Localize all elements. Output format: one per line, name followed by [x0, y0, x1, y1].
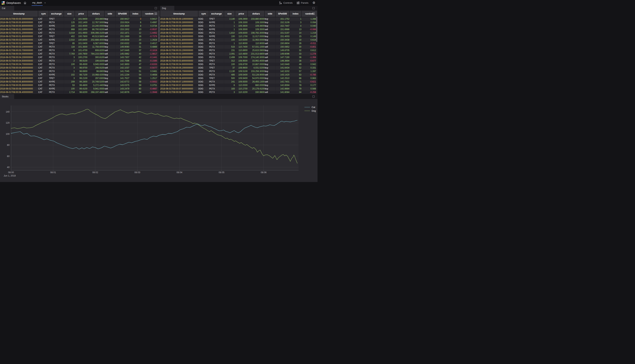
column-header-SPet500[interactable]: SPet500 — [115, 11, 129, 17]
column-header-size[interactable]: size — [224, 11, 235, 17]
home-button[interactable] — [24, 2, 27, 4]
table-row[interactable]: 2018-06-01T08:00:01.300000000DOGNYPE1109… — [160, 28, 317, 31]
table-row[interactable]: 2018-06-01T08:00:05.400000000CATNYPE1029… — [0, 73, 160, 76]
cell-index: 20 — [129, 38, 141, 42]
table-row[interactable]: 2018-06-01T08:00:03.300000000DOGPETX2,09… — [160, 52, 317, 56]
table-row[interactable]: 2018-06-01T08:00:01.200000000CATPETX3,01… — [0, 31, 160, 35]
column-header-index[interactable]: index — [289, 11, 301, 17]
table-row[interactable]: 2018-06-01T08:00:00.400000000DOGPETX1109… — [160, 24, 317, 28]
cell-size: 209 — [64, 80, 75, 84]
cat-scrollbar[interactable] — [158, 16, 160, 94]
legend-item-cat[interactable]: Cat — [304, 106, 316, 109]
table-row[interactable]: 2018-06-01T08:00:03.000000000DOGPETX5151… — [160, 45, 317, 49]
column-header-price[interactable]: price — [75, 11, 88, 17]
tab-stocks[interactable]: Stocks — [0, 94, 14, 99]
table-row[interactable]: 2018-06-01T08:00:03.200000000DOGPETX2311… — [160, 49, 317, 52]
table-row[interactable]: 2018-06-01T08:00:05.200000000DOGTPET3710… — [160, 66, 317, 70]
table-row[interactable]: 2018-06-01T08:00:06.400000000CATPETX2,71… — [0, 90, 160, 94]
column-header-side[interactable]: side — [264, 11, 275, 17]
maximize-icon[interactable] — [155, 7, 157, 9]
table-row[interactable]: 2018-06-01T08:00:01.500000000DOGNYPE1001… — [160, 35, 317, 38]
column-header-dollars[interactable]: dollars — [88, 11, 104, 17]
maximize-icon[interactable] — [312, 7, 314, 9]
table-row[interactable]: 2018-06-01T08:00:02.800000000CATTPET6510… — [0, 42, 160, 45]
column-header-timestamp[interactable]: timestamp — [0, 11, 38, 17]
table-row[interactable]: 2018-06-01T08:00:04.800000000CATPETX398.… — [0, 66, 160, 70]
table-row[interactable]: 2018-06-01T08:00:02.600000000DOGPETX1110… — [160, 42, 317, 45]
cell-dollars: 9,941.0000 — [88, 87, 104, 90]
column-header-SPet500[interactable]: SPet500 — [275, 11, 289, 17]
table-row[interactable]: 2018-06-01T08:00:01.000000000CATPETX8681… — [0, 28, 160, 31]
panels-button[interactable]: Panels — [296, 2, 308, 4]
column-header-size[interactable]: size — [64, 11, 75, 17]
table-row[interactable]: 2018-06-01T08:00:03.700000000CATPETX6101… — [0, 49, 160, 52]
cell-random: 0.9639 — [301, 76, 317, 80]
cell-side: sell — [264, 42, 275, 45]
table-row[interactable]: 2018-06-01T08:00:05.600000000CATTPET399.… — [0, 76, 160, 80]
table-row[interactable]: 2018-06-01T08:00:08.400000000DOGPETX3110… — [160, 90, 317, 94]
settings-gear-icon[interactable]: ⚙ — [312, 1, 315, 4]
maximize-icon[interactable] — [312, 96, 314, 98]
cell-exchange: PETX — [49, 21, 64, 24]
cell-timestamp: 2018-06-01T08:00:01.200000000 — [0, 31, 38, 35]
tab-dog[interactable]: Dog — [160, 6, 174, 11]
table-row[interactable]: 2018-06-01T08:00:01.800000000DOGPETX1001… — [160, 38, 317, 42]
table-row[interactable]: 2018-06-01T08:00:03.800000000DOGTPET3121… — [160, 59, 317, 63]
table-row[interactable]: 2018-06-01T08:00:00.600000000CATPETX1251… — [0, 21, 160, 24]
table-row[interactable]: 2018-06-01T08:00:01.400000000DOGPETX1,81… — [160, 31, 317, 35]
table-row[interactable]: 2018-06-01T08:00:00.300000000DOGNYPE1109… — [160, 21, 317, 24]
table-row[interactable]: 2018-06-01T08:00:06.300000000DOGPETX4851… — [160, 73, 317, 76]
table-row[interactable]: 2018-06-01T08:00:03.600000000DOGPETX2,49… — [160, 56, 317, 59]
column-header-exchange[interactable]: exchange — [209, 11, 224, 17]
cell-dollars: 231,013.6800 — [248, 52, 264, 56]
table-row[interactable]: 2018-06-01T08:00:02.000000000CATNYPE2,01… — [0, 38, 160, 42]
cell-exchange: TPET — [49, 17, 64, 21]
column-header-side[interactable]: side — [104, 11, 115, 17]
table-row[interactable]: 2018-06-01T08:00:07.800000000DOGNYPE6110… — [160, 84, 317, 87]
column-header-dollars[interactable]: dollars — [248, 11, 264, 17]
controls-button[interactable]: Controls — [279, 2, 292, 4]
table-row[interactable]: 2018-06-01T08:00:05.900000000CATPETX5399… — [0, 84, 160, 87]
column-header-price[interactable]: price — [235, 11, 248, 17]
table-row[interactable]: 2018-06-01T08:00:06.600000000DOGTPET5001… — [160, 76, 317, 80]
tab-cat[interactable]: Cat — [0, 6, 14, 11]
scrollbar-thumb[interactable] — [316, 16, 317, 42]
table-row[interactable]: 2018-06-01T08:00:04.000000000CATPETX7,78… — [0, 52, 160, 56]
table-row[interactable]: 2018-06-01T08:00:00.800000000CATNYPE1001… — [0, 24, 160, 28]
cell-random: 1.2195 — [301, 31, 317, 35]
column-header-sym[interactable]: sym — [198, 11, 209, 17]
table-row[interactable]: 2018-06-01T08:00:04.200000000CATPETX3100… — [0, 56, 160, 59]
table-row[interactable]: 2018-06-01T08:00:04.700000000CATPETX1009… — [0, 63, 160, 66]
table-row[interactable]: 2018-06-01T08:00:03.100000000CATPETX1161… — [0, 45, 160, 49]
dashboard-tab-my-dash[interactable]: my_dash × — [32, 0, 46, 6]
table-row[interactable]: 2018-06-01T08:00:07.900000000DOGPETX1831… — [160, 87, 317, 90]
cell-index: 37 — [129, 49, 141, 52]
table-row[interactable]: 2018-06-01T08:00:00.000000000CATTPET2101… — [0, 17, 160, 21]
column-header-random[interactable]: random — [301, 11, 317, 17]
scrollbar-thumb[interactable] — [158, 16, 160, 42]
table-row[interactable]: 2018-06-01T08:00:01.600000000CATTPET4021… — [0, 35, 160, 38]
cell-dollars: 88,700.9200 — [88, 28, 104, 31]
column-header-exchange[interactable]: exchange — [49, 11, 64, 17]
table-row[interactable]: 2018-06-01T08:00:05.100000000CATPETX198.… — [0, 70, 160, 73]
table-row[interactable]: 2018-06-01T08:00:04.900000000DOGPETX1001… — [160, 63, 317, 66]
table-row[interactable]: 2018-06-01T08:00:05.800000000CATNYPE2099… — [0, 80, 160, 84]
table-row[interactable]: 2018-06-01T08:00:07.100000000DOGPETX2411… — [160, 80, 317, 84]
cell-random: -0.5077 — [141, 66, 157, 70]
cell-timestamp: 2018-06-01T08:00:07.900000000 — [160, 87, 198, 90]
table-row[interactable]: 2018-06-01T08:00:05.700000000DOGPETX2,13… — [160, 70, 317, 73]
table-row[interactable]: 2018-06-01T08:00:04.500000000CATPETX299.… — [0, 59, 160, 63]
table-row[interactable]: 2018-06-01T08:00:06.000000000CATNYPE1009… — [0, 87, 160, 90]
cell-random: 0.9417 — [141, 17, 157, 21]
table-menu-icon[interactable] — [154, 13, 157, 15]
column-header-timestamp[interactable]: timestamp — [160, 11, 198, 17]
table-menu-icon[interactable] — [312, 13, 315, 15]
stocks-chart: 14012010080604008:0008:0108:0208:0308:04… — [0, 99, 317, 182]
column-header-sym[interactable]: sym — [38, 11, 49, 17]
column-header-index[interactable]: index — [129, 11, 141, 17]
table-row[interactable]: 2018-06-01T08:00:00.100000000DOGTPET2,14… — [160, 17, 317, 21]
dog-scrollbar[interactable] — [316, 16, 317, 94]
legend-item-dog[interactable]: Dog — [304, 109, 316, 112]
cell-dollars: 268,197.4800 — [88, 90, 104, 94]
close-icon[interactable]: × — [44, 2, 46, 4]
